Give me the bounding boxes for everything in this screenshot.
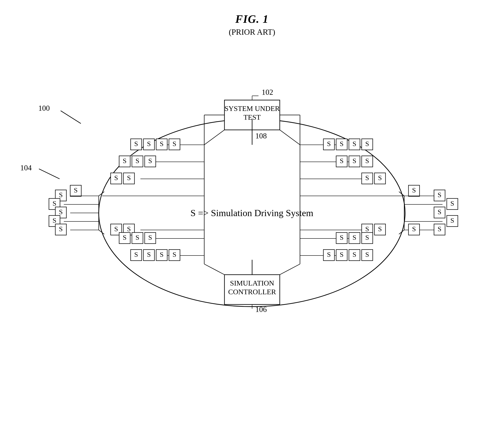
simulation-controller-label2: CONTROLLER (228, 288, 276, 296)
svg-text:S: S (353, 140, 356, 147)
inner-label: S => Simulation Driving System (190, 208, 313, 218)
ref-104: 104 (20, 164, 32, 172)
svg-text:S: S (365, 157, 369, 165)
svg-text:S: S (160, 140, 164, 147)
svg-text:S: S (340, 251, 344, 258)
svg-text:S: S (147, 251, 151, 258)
svg-text:S: S (74, 186, 78, 194)
svg-text:S: S (340, 140, 344, 147)
svg-text:S: S (438, 208, 441, 216)
svg-text:S: S (52, 199, 56, 207)
svg-text:S: S (52, 217, 56, 224)
svg-text:S: S (114, 174, 118, 182)
svg-text:S: S (173, 251, 176, 258)
svg-text:S: S (127, 174, 131, 182)
svg-text:S: S (123, 157, 127, 165)
svg-text:S: S (173, 140, 176, 147)
svg-text:S: S (134, 251, 138, 258)
svg-text:S: S (136, 157, 139, 165)
svg-text:S: S (412, 225, 416, 233)
ref-102: 102 (262, 88, 273, 96)
svg-line-6 (61, 111, 81, 124)
diagram-container: FIG. 1 (PRIOR ART) S => Simulation Drivi… (0, 0, 504, 425)
svg-text:S: S (148, 233, 152, 241)
svg-text:S: S (127, 225, 131, 233)
svg-text:S: S (438, 225, 441, 233)
simulation-controller-label: SIMULATION (230, 279, 274, 287)
svg-text:S: S (160, 251, 164, 258)
svg-text:S: S (438, 191, 441, 199)
svg-text:S: S (450, 217, 454, 224)
svg-text:S: S (114, 225, 118, 233)
svg-text:S: S (353, 157, 356, 165)
svg-text:S: S (59, 225, 63, 233)
svg-text:S: S (134, 140, 138, 147)
svg-text:S: S (378, 174, 382, 182)
svg-text:S: S (412, 186, 416, 194)
svg-text:S: S (327, 251, 331, 258)
svg-text:S: S (450, 199, 454, 207)
svg-text:S: S (340, 157, 344, 165)
svg-text:S: S (340, 233, 344, 241)
svg-text:S: S (365, 140, 369, 147)
ref-106: 106 (255, 305, 267, 314)
svg-text:S: S (148, 157, 152, 165)
svg-text:S: S (353, 251, 356, 258)
svg-text:S: S (353, 233, 356, 241)
svg-text:S: S (378, 225, 382, 233)
svg-text:S: S (123, 233, 127, 241)
svg-text:S: S (327, 140, 331, 147)
svg-text:S: S (59, 191, 63, 199)
svg-text:S: S (365, 225, 369, 233)
svg-line-7 (39, 169, 59, 179)
svg-text:S: S (136, 233, 139, 241)
svg-text:S: S (365, 174, 369, 182)
system-under-test-label: SYSTEM UNDER (225, 105, 280, 113)
svg-text:S: S (147, 140, 151, 147)
svg-text:S: S (365, 233, 369, 241)
ref-100: 100 (38, 104, 50, 113)
ref-108: 108 (255, 132, 267, 140)
svg-text:S: S (365, 251, 369, 258)
svg-text:S: S (59, 208, 63, 216)
